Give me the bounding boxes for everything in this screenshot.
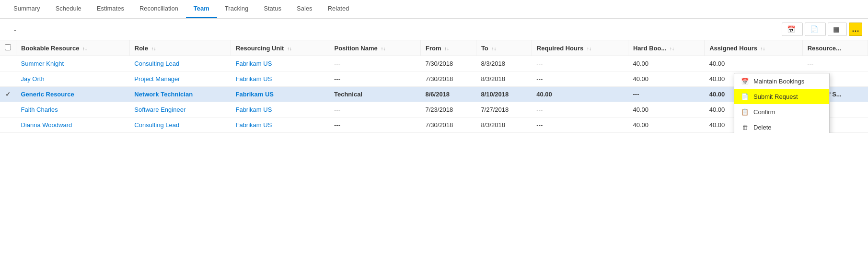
- nav-tab-sales[interactable]: Sales: [289, 0, 320, 18]
- resource-name-cell[interactable]: Faith Charles: [16, 102, 130, 118]
- generate-requirement-button[interactable]: 📄: [805, 23, 826, 36]
- select-all-checkbox[interactable]: [0, 40, 16, 56]
- nav-tab-summary[interactable]: Summary: [6, 0, 48, 18]
- role-link[interactable]: Software Engineer: [134, 106, 185, 113]
- required-hours-cell: ---: [532, 71, 628, 87]
- context-menu-item-delete[interactable]: 🗑Delete: [734, 119, 829, 133]
- nav-tabs: SummaryScheduleEstimatesReconciliationTe…: [0, 0, 868, 19]
- col-hard-boo[interactable]: Hard Boo... ↑↓: [628, 40, 704, 56]
- more-icon: …: [852, 25, 859, 34]
- filter-dropdown[interactable]: ⌄: [6, 24, 21, 35]
- to-cell: 8/3/2018: [476, 71, 532, 87]
- context-menu-item-confirm[interactable]: 📋Confirm: [734, 104, 829, 119]
- resource-name-cell[interactable]: Summer Knight: [16, 56, 130, 71]
- specify-pattern-button[interactable]: ▦: [828, 23, 847, 36]
- from-cell: 7/30/2018: [420, 71, 476, 87]
- more-options-button[interactable]: …: [849, 23, 862, 36]
- resourcing-unit-cell: Fabrikam US: [231, 102, 329, 118]
- resource-link[interactable]: Summer Knight: [21, 60, 64, 67]
- toolbar: ⌄ 📅 📄 ▦ …: [0, 19, 868, 40]
- hard-boo-cell: 40.00: [628, 71, 704, 87]
- sort-icon: ↑↓: [491, 46, 496, 51]
- table-header: Bookable Resource ↑↓ Role ↑↓ Resourcing …: [0, 40, 868, 56]
- resource-extra-cell: ---: [802, 56, 868, 71]
- resourcing-unit-cell: Fabrikam US: [231, 87, 329, 102]
- position-name-cell: ---: [329, 102, 420, 118]
- hard-boo-cell: 40.00: [628, 102, 704, 118]
- required-hours-cell: ---: [532, 118, 628, 133]
- from-cell: 8/6/2018: [420, 87, 476, 102]
- col-to[interactable]: To ↑↓: [476, 40, 532, 56]
- to-cell: 8/10/2018: [476, 87, 532, 102]
- menu-item-label: Confirm: [753, 108, 775, 116]
- sort-icon: ↑↓: [670, 46, 674, 51]
- resource-link[interactable]: Generic Resource: [21, 91, 74, 98]
- nav-tab-team[interactable]: Team: [186, 0, 217, 18]
- role-link[interactable]: Consulting Lead: [134, 60, 179, 67]
- nav-tab-estimates[interactable]: Estimates: [89, 0, 132, 18]
- assigned-hours-cell: 40.00: [705, 56, 802, 71]
- role-link[interactable]: Consulting Lead: [134, 121, 179, 129]
- to-cell: 8/3/2018: [476, 56, 532, 71]
- resourcing-unit-link[interactable]: Fabrikam US: [235, 106, 272, 113]
- nav-tab-schedule[interactable]: Schedule: [48, 0, 89, 18]
- header-checkbox[interactable]: [5, 44, 11, 50]
- menu-item-icon: 📄: [741, 93, 749, 100]
- resource-link[interactable]: Faith Charles: [21, 106, 58, 113]
- required-hours-cell: ---: [532, 56, 628, 71]
- resource-link[interactable]: Dianna Woodward: [21, 121, 72, 129]
- resource-name-cell[interactable]: Dianna Woodward: [16, 118, 130, 133]
- resourcing-unit-link[interactable]: Fabrikam US: [235, 121, 272, 129]
- nav-tab-status[interactable]: Status: [256, 0, 289, 18]
- context-menu-item-maintain-bookings[interactable]: 📅Maintain Bookings: [734, 73, 829, 89]
- required-hours-cell: 40.00: [532, 87, 628, 102]
- row-checkbox-cell: [0, 118, 16, 133]
- book-button[interactable]: 📅: [782, 23, 803, 36]
- context-menu-item-submit-request[interactable]: 📄Submit Request: [734, 89, 829, 104]
- menu-item-label: Delete: [753, 124, 772, 131]
- table-container: Bookable Resource ↑↓ Role ↑↓ Resourcing …: [0, 40, 868, 133]
- row-checkbox-cell: [0, 71, 16, 87]
- requirement-icon: 📄: [810, 25, 818, 33]
- calendar-icon: 📅: [787, 25, 795, 33]
- sort-icon: ↑↓: [381, 46, 385, 51]
- role-link[interactable]: Network Technician: [134, 91, 193, 98]
- col-from[interactable]: From ↑↓: [420, 40, 476, 56]
- col-role[interactable]: Role ↑↓: [129, 40, 231, 56]
- resource-name-cell[interactable]: Generic Resource: [16, 87, 130, 102]
- nav-tab-reconciliation[interactable]: Reconciliation: [132, 0, 186, 18]
- nav-tab-related[interactable]: Related: [320, 0, 357, 18]
- role-cell: Consulting Lead: [129, 118, 231, 133]
- checkmark-icon: ✓: [5, 91, 11, 98]
- resourcing-unit-link[interactable]: Fabrikam US: [235, 91, 273, 98]
- col-bookable-resource[interactable]: Bookable Resource ↑↓: [16, 40, 130, 56]
- pattern-icon: ▦: [833, 25, 839, 33]
- role-link[interactable]: Project Manager: [134, 75, 180, 83]
- from-cell: 7/23/2018: [420, 102, 476, 118]
- menu-item-icon: 🗑: [741, 123, 749, 131]
- col-position-name[interactable]: Position Name ↑↓: [329, 40, 420, 56]
- resourcing-unit-link[interactable]: Fabrikam US: [235, 75, 272, 83]
- sort-icon: ↑↓: [761, 46, 765, 51]
- context-menu: 📅Maintain Bookings📄Submit Request📋Confir…: [734, 73, 830, 133]
- hard-boo-cell: ---: [628, 87, 704, 102]
- role-cell: Software Engineer: [129, 102, 231, 118]
- nav-tab-tracking[interactable]: Tracking: [217, 0, 256, 18]
- resourcing-unit-link[interactable]: Fabrikam US: [235, 60, 272, 67]
- col-required-hours[interactable]: Required Hours ↑↓: [532, 40, 628, 56]
- col-assigned-hours[interactable]: Assigned Hours ↑↓: [705, 40, 802, 56]
- role-cell: Project Manager: [129, 71, 231, 87]
- col-resourcing-unit[interactable]: Resourcing Unit ↑↓: [231, 40, 329, 56]
- from-cell: 7/30/2018: [420, 118, 476, 133]
- row-checkbox-cell: [0, 102, 16, 118]
- resource-link[interactable]: Jay Orth: [21, 75, 45, 83]
- resource-name-cell[interactable]: Jay Orth: [16, 71, 130, 87]
- to-cell: 7/27/2018: [476, 102, 532, 118]
- role-cell: Consulting Lead: [129, 56, 231, 71]
- row-checkbox-cell: ✓: [0, 87, 16, 102]
- sort-icon: ↑↓: [82, 46, 87, 51]
- col-resource-extra[interactable]: Resource...: [802, 40, 868, 56]
- sort-icon: ↑↓: [444, 46, 449, 51]
- table-row[interactable]: Summer KnightConsulting LeadFabrikam US-…: [0, 56, 868, 71]
- menu-item-label: Maintain Bookings: [753, 78, 804, 85]
